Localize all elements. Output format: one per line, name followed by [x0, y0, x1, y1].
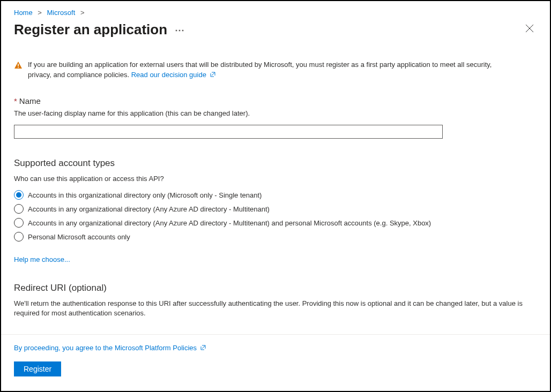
external-link-icon: [200, 344, 206, 351]
account-type-label: Accounts in this organizational director…: [28, 191, 262, 199]
page-title-text: Register an application: [14, 21, 167, 38]
account-types-question: Who can use this application or access t…: [14, 174, 537, 184]
title-row: Register an application ⋯: [14, 21, 537, 39]
register-button[interactable]: Register: [14, 361, 61, 376]
more-menu-icon[interactable]: ⋯: [175, 24, 185, 36]
account-type-option-3[interactable]: Personal Microsoft accounts only: [14, 232, 537, 242]
required-mark: *: [14, 96, 17, 105]
account-type-option-0[interactable]: Accounts in this organizational director…: [14, 190, 537, 200]
account-type-label: Accounts in any organizational directory…: [28, 205, 270, 213]
external-link-icon: [210, 71, 216, 77]
account-type-option-2[interactable]: Accounts in any organizational directory…: [14, 218, 537, 228]
svg-rect-1: [18, 67, 19, 68]
svg-rect-0: [18, 64, 19, 66]
account-type-option-1[interactable]: Accounts in any organizational directory…: [14, 204, 537, 214]
name-field-block: *Name The user-facing display name for t…: [14, 96, 537, 139]
breadcrumb-sep: >: [80, 9, 85, 17]
account-type-label: Personal Microsoft accounts only: [28, 233, 130, 241]
radio-icon: [14, 218, 24, 228]
account-type-label: Accounts in any organizational directory…: [28, 219, 431, 227]
redirect-hint: We'll return the authentication response…: [14, 299, 537, 318]
banner-text: If you are building an application for e…: [28, 60, 516, 80]
breadcrumb-sep: >: [38, 9, 42, 17]
name-hint: The user-facing display name for this ap…: [14, 109, 537, 118]
redirect-heading: Redirect URI (optional): [14, 283, 537, 293]
breadcrumb: Home > Microsoft >: [14, 9, 537, 17]
name-label-text: Name: [19, 96, 41, 105]
radio-icon: [14, 204, 24, 214]
platform-policies-link[interactable]: By proceeding, you agree to the Microsof…: [14, 344, 206, 352]
help-me-choose-link[interactable]: Help me choose...: [14, 255, 70, 263]
decision-guide-link[interactable]: Read our decision guide: [131, 71, 216, 79]
account-types-block: Supported account types Who can use this…: [14, 158, 537, 263]
warning-icon: [14, 61, 23, 70]
main-scroll[interactable]: Home > Microsoft > Register an applicati…: [1, 1, 550, 334]
name-label: *Name: [14, 96, 537, 105]
close-icon[interactable]: [522, 21, 537, 39]
banner-message: If you are building an application for e…: [28, 61, 492, 79]
radio-icon: [14, 232, 24, 242]
page-title: Register an application ⋯: [14, 21, 185, 38]
redirect-uri-block: Redirect URI (optional) We'll return the…: [14, 283, 537, 318]
name-input[interactable]: [14, 125, 443, 139]
breadcrumb-tenant[interactable]: Microsoft: [47, 9, 76, 17]
breadcrumb-home[interactable]: Home: [14, 9, 33, 17]
radio-icon: [14, 190, 24, 200]
info-banner: If you are building an application for e…: [14, 60, 537, 80]
account-types-heading: Supported account types: [14, 158, 537, 169]
footer: By proceeding, you agree to the Microsof…: [1, 334, 550, 391]
